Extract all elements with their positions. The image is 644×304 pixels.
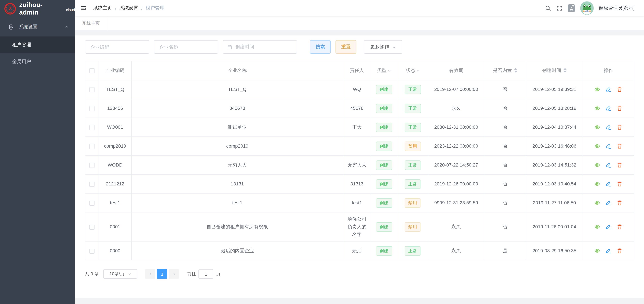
fullscreen-icon[interactable] xyxy=(556,5,563,11)
tab-system-home[interactable]: 系统主页 xyxy=(75,16,107,30)
edit-icon[interactable] xyxy=(606,181,611,187)
cell-builtin: 否 xyxy=(484,193,526,212)
avatar[interactable] xyxy=(580,1,594,15)
edit-icon[interactable] xyxy=(606,248,611,254)
row-checkbox[interactable] xyxy=(90,87,94,92)
app-title: zuihou-admin xyxy=(19,1,61,16)
delete-icon[interactable] xyxy=(617,124,622,130)
table-row: WQDD无穷大大无穷大大创建正常2020-07-22 14:50:27否2019… xyxy=(85,156,634,174)
view-icon[interactable] xyxy=(594,224,600,230)
cell-expiry: 永久 xyxy=(428,99,484,118)
cell-owner: 45678 xyxy=(343,99,371,118)
more-actions-button[interactable]: 更多操作 xyxy=(364,40,402,54)
edit-icon[interactable] xyxy=(606,200,611,206)
edit-icon[interactable] xyxy=(606,143,611,149)
column-header-type[interactable]: 类型 xyxy=(371,61,397,80)
sidebar-item-system-settings[interactable]: 系统设置 xyxy=(0,18,75,37)
cell-type: 创建 xyxy=(371,193,397,212)
cell-actions xyxy=(583,241,634,260)
select-all-checkbox[interactable] xyxy=(90,68,94,73)
hamburger-icon[interactable] xyxy=(80,5,87,12)
filter-chevron-icon[interactable] xyxy=(388,69,391,72)
cell-code: comp2019 xyxy=(99,137,132,156)
row-checkbox[interactable] xyxy=(90,182,94,187)
prev-page-button[interactable] xyxy=(145,269,156,279)
edit-icon[interactable] xyxy=(606,224,611,230)
cell-name: 最后的内置企业 xyxy=(132,241,343,260)
cell-expiry: 2030-12-31 00:00:00 xyxy=(428,118,484,137)
cell-select xyxy=(85,241,99,260)
table-row: 0001自己创建的租户拥有所有权限填你公司负责人的名字创建禁用永久否2019-1… xyxy=(85,212,634,241)
sort-carets-icon[interactable] xyxy=(514,68,517,73)
type-tag: 创建 xyxy=(376,122,392,132)
sort-carets-icon[interactable] xyxy=(563,68,566,73)
row-checkbox[interactable] xyxy=(90,144,94,149)
cell-code: test1 xyxy=(99,193,132,212)
column-header-created[interactable]: 创建时间 xyxy=(526,61,583,80)
cell-name: test1 xyxy=(132,193,343,212)
edit-icon[interactable] xyxy=(606,162,611,168)
delete-icon[interactable] xyxy=(617,248,622,254)
goto-page-input[interactable] xyxy=(199,269,214,279)
cell-owner: WQ xyxy=(343,80,371,99)
delete-icon[interactable] xyxy=(617,224,622,230)
cell-name: 测试单位 xyxy=(132,118,343,137)
row-checkbox[interactable] xyxy=(90,163,94,168)
next-page-button[interactable] xyxy=(169,269,179,279)
row-checkbox[interactable] xyxy=(90,225,94,230)
delete-icon[interactable] xyxy=(617,162,622,168)
view-icon[interactable] xyxy=(594,143,600,149)
edit-icon[interactable] xyxy=(606,105,611,111)
column-header-builtin[interactable]: 是否内置 xyxy=(484,61,526,80)
type-tag: 创建 xyxy=(376,222,392,231)
view-icon[interactable] xyxy=(594,181,600,187)
column-header-expiry: 有效期 xyxy=(428,61,484,80)
view-icon[interactable] xyxy=(594,105,600,111)
cell-name: 自己创建的租户拥有所有权限 xyxy=(132,212,343,241)
view-icon[interactable] xyxy=(594,162,600,168)
chevron-up-icon xyxy=(65,25,69,29)
view-icon[interactable] xyxy=(594,87,600,92)
delete-icon[interactable] xyxy=(617,181,622,187)
row-checkbox[interactable] xyxy=(90,201,94,206)
delete-icon[interactable] xyxy=(617,200,622,206)
edit-icon[interactable] xyxy=(606,124,611,130)
reset-button[interactable]: 重置 xyxy=(336,40,356,54)
table-row: comp2019comp2019创建禁用2023-12-22 00:00:00否… xyxy=(85,137,634,156)
page-size-value: 10条/页 xyxy=(110,271,124,277)
sidebar-item-global-users[interactable]: 全局用户 xyxy=(0,53,75,70)
view-icon[interactable] xyxy=(594,248,600,254)
table-header-row: 企业编码企业名称责任人类型状态有效期是否内置创建时间操作 xyxy=(85,61,634,80)
delete-icon[interactable] xyxy=(617,143,622,149)
language-icon[interactable]: A 文 xyxy=(568,5,575,12)
view-icon[interactable] xyxy=(594,124,600,130)
company-name-input[interactable] xyxy=(154,40,218,54)
current-user-name[interactable]: 超级管理员[演示] xyxy=(599,5,634,11)
company-code-input[interactable] xyxy=(85,40,149,54)
page-size-select[interactable]: 10条/页 xyxy=(104,269,137,279)
type-tag: 创建 xyxy=(376,141,392,151)
view-icon[interactable] xyxy=(594,200,600,206)
filter-chevron-icon[interactable] xyxy=(416,69,420,72)
create-time-input[interactable]: 创建时间 xyxy=(223,40,297,54)
cell-name: comp2019 xyxy=(132,137,343,156)
page-number-button[interactable]: 1 xyxy=(157,269,167,279)
cell-type: 创建 xyxy=(371,212,397,241)
row-checkbox[interactable] xyxy=(90,125,94,130)
breadcrumb-item-settings[interactable]: 系统设置 xyxy=(119,5,138,11)
logo[interactable]: Z zuihou-admin cloud xyxy=(0,0,75,18)
breadcrumb-separator: / xyxy=(115,6,116,11)
delete-icon[interactable] xyxy=(617,87,622,92)
breadcrumb-item-home[interactable]: 系统主页 xyxy=(93,5,112,11)
sidebar-item-tenant-management[interactable]: 租户管理 xyxy=(0,37,75,53)
row-checkbox[interactable] xyxy=(90,249,94,254)
search-icon[interactable] xyxy=(545,5,551,11)
row-checkbox[interactable] xyxy=(90,106,94,111)
column-header-status[interactable]: 状态 xyxy=(397,61,428,80)
delete-icon[interactable] xyxy=(617,105,622,111)
cell-type: 创建 xyxy=(371,174,397,193)
cell-created: 2019-11-26 00:01:04 xyxy=(526,212,583,241)
edit-icon[interactable] xyxy=(606,87,611,92)
search-button[interactable]: 搜索 xyxy=(310,40,331,54)
column-header-select[interactable] xyxy=(85,61,99,80)
